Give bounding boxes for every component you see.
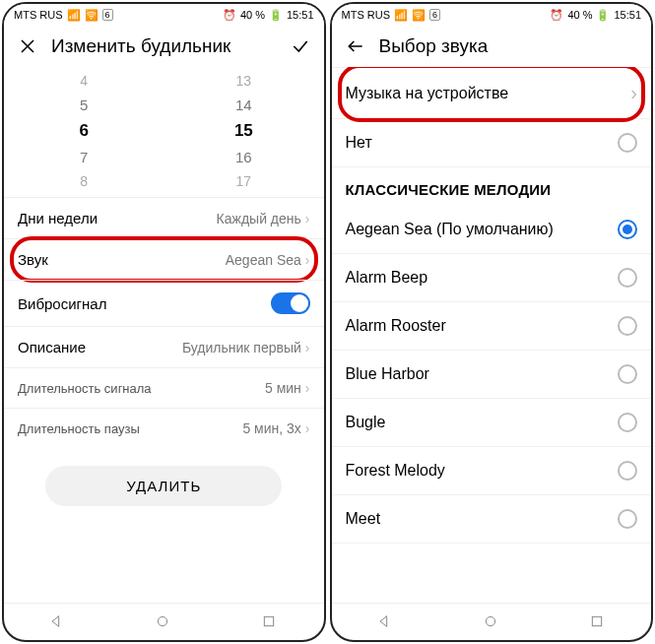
picker-item[interactable]: 15 (234, 119, 253, 143)
sound-item[interactable]: Blue Harbor (332, 351, 652, 399)
picker-item[interactable]: 7 (80, 147, 88, 167)
wifi-icon: 🛜 (412, 9, 426, 22)
row-label: Дни недели (18, 210, 98, 226)
row-label: Вибросигнал (18, 295, 106, 312)
svg-point-2 (486, 616, 494, 625)
wifi-icon: 🛜 (85, 9, 98, 22)
picker-item[interactable]: 13 (236, 71, 252, 91)
back-icon[interactable] (346, 36, 365, 56)
sound-label: Bugle (346, 414, 386, 431)
page-title: Выбор звука (379, 35, 638, 57)
row-value: Будильник первый › (182, 340, 310, 355)
sound-label: Blue Harbor (346, 365, 429, 383)
status-left: MTS RUS 📶 🛜 6 (342, 9, 441, 22)
time-picker[interactable]: 4 5 6 7 8 13 14 15 16 17 (4, 67, 324, 197)
clock: 15:51 (287, 9, 314, 21)
radio-unchecked[interactable] (618, 413, 637, 432)
row-value: Каждый день › (217, 211, 310, 226)
row-description[interactable]: Описание Будильник первый › (4, 326, 324, 367)
chevron-right-icon: › (305, 340, 310, 355)
close-icon[interactable] (18, 36, 37, 56)
sound-label: Meet (346, 510, 381, 528)
sound-item[interactable]: Meet (332, 495, 652, 544)
row-label: Музыка на устройстве (346, 85, 509, 102)
chevron-right-icon: › (305, 252, 310, 268)
chevron-right-icon: › (305, 420, 310, 436)
picker-item[interactable]: 8 (80, 171, 88, 191)
chevron-right-icon: › (630, 82, 637, 104)
phone-select-sound: MTS RUS 📶 🛜 6 ⏰ 40 % 🔋 15:51 Выбор звука… (330, 2, 654, 642)
sig-badge: 6 (429, 9, 440, 21)
header: Выбор звука (332, 26, 652, 67)
picker-item[interactable]: 16 (235, 147, 252, 167)
picker-item[interactable]: 17 (236, 171, 252, 191)
radio-unchecked[interactable] (618, 316, 637, 336)
row-none[interactable]: Нет (332, 119, 652, 167)
delete-button[interactable]: УДАЛИТЬ (45, 466, 282, 506)
sound-label: Alarm Beep (346, 269, 428, 287)
radio-unchecked[interactable] (618, 133, 637, 153)
content: 4 5 6 7 8 13 14 15 16 17 Дни недели Кажд… (4, 67, 324, 603)
sound-item[interactable]: Aegean Sea (По умолчанию) (332, 206, 652, 254)
nav-bar (332, 603, 652, 640)
battery-icon: 🔋 (596, 9, 610, 22)
sound-label: Forest Melody (346, 462, 445, 480)
status-bar: MTS RUS 📶 🛜 6 ⏰ 40 % 🔋 15:51 (4, 4, 324, 26)
header: Изменить будильник (4, 26, 324, 67)
sound-item[interactable]: Alarm Beep (332, 254, 652, 302)
nav-back-icon[interactable] (48, 613, 66, 631)
nav-back-icon[interactable] (376, 613, 394, 631)
picker-item[interactable]: 4 (80, 71, 88, 91)
status-right: ⏰ 40 % 🔋 15:51 (550, 9, 641, 22)
row-sound[interactable]: Звук Aegean Sea › (4, 238, 324, 280)
status-left: MTS RUS 📶 🛜 6 (14, 9, 113, 22)
clock: 15:51 (614, 9, 641, 21)
row-label: Длительность сигнала (18, 381, 152, 396)
status-bar: MTS RUS 📶 🛜 6 ⏰ 40 % 🔋 15:51 (332, 4, 652, 26)
picker-item[interactable]: 6 (79, 119, 88, 143)
section-header: КЛАССИЧЕСКИЕ МЕЛОДИИ (332, 167, 652, 206)
minute-column[interactable]: 13 14 15 16 17 (164, 71, 323, 191)
radio-unchecked[interactable] (618, 509, 637, 529)
radio-checked[interactable] (618, 220, 637, 239)
nav-home-icon[interactable] (483, 613, 500, 631)
toggle-on[interactable] (271, 292, 310, 314)
svg-rect-3 (592, 616, 601, 625)
alarm-icon: ⏰ (550, 9, 563, 22)
sig-badge: 6 (102, 9, 113, 21)
status-right: ⏰ 40 % 🔋 15:51 (223, 9, 314, 22)
row-label: Звук (18, 251, 48, 268)
sound-label: Alarm Rooster (346, 317, 446, 335)
row-days[interactable]: Дни недели Каждый день › (4, 197, 324, 238)
page-title: Изменить будильник (51, 35, 277, 57)
row-pause-duration[interactable]: Длительность паузы 5 мин, 3x › (4, 408, 324, 448)
signal-icon: 📶 (394, 9, 408, 22)
sound-list: Aegean Sea (По умолчанию)Alarm BeepAlarm… (332, 206, 652, 544)
row-vibrate[interactable]: Вибросигнал (4, 280, 324, 326)
confirm-icon[interactable] (291, 36, 310, 56)
picker-item[interactable]: 5 (80, 95, 88, 115)
sound-item[interactable]: Alarm Rooster (332, 302, 652, 351)
radio-unchecked[interactable] (618, 268, 637, 288)
nav-bar (4, 603, 324, 640)
battery-pct: 40 % (240, 9, 265, 21)
nav-home-icon[interactable] (155, 613, 172, 631)
sound-label: Aegean Sea (По умолчанию) (346, 221, 554, 238)
battery-pct: 40 % (567, 9, 592, 21)
chevron-right-icon: › (305, 380, 310, 396)
nav-recent-icon[interactable] (589, 613, 607, 631)
picker-item[interactable]: 14 (235, 95, 252, 115)
row-label: Описание (18, 339, 86, 355)
hour-column[interactable]: 4 5 6 7 8 (4, 71, 164, 191)
radio-unchecked[interactable] (618, 461, 637, 481)
row-signal-duration[interactable]: Длительность сигнала 5 мин › (4, 367, 324, 408)
nav-recent-icon[interactable] (261, 613, 279, 631)
row-device-music[interactable]: Музыка на устройстве › (332, 67, 652, 119)
row-value: 5 мин, 3x › (242, 420, 309, 436)
phone-edit-alarm: MTS RUS 📶 🛜 6 ⏰ 40 % 🔋 15:51 Изменить бу… (2, 2, 326, 642)
alarm-icon: ⏰ (223, 9, 236, 22)
radio-unchecked[interactable] (618, 364, 637, 384)
sound-item[interactable]: Bugle (332, 399, 652, 447)
sound-item[interactable]: Forest Melody (332, 447, 652, 495)
row-label: Нет (346, 134, 372, 152)
